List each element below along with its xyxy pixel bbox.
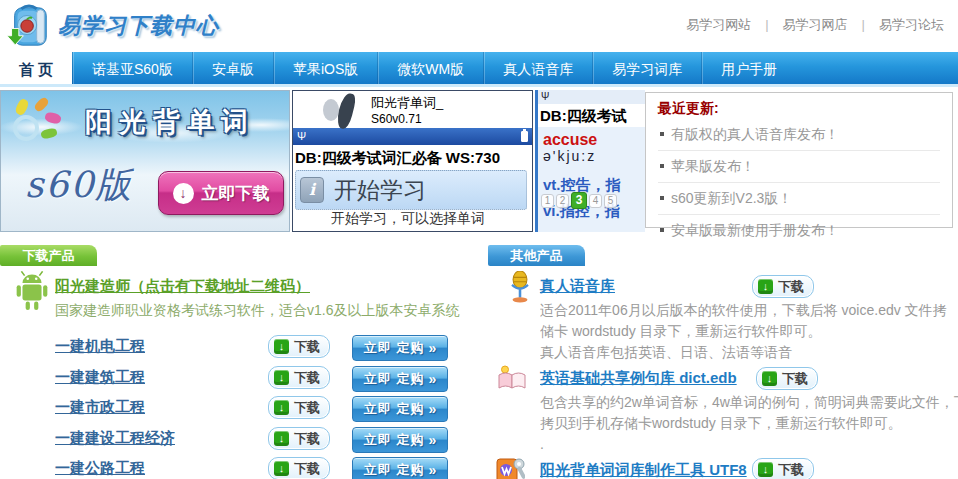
recent-updates-title: 最近更新: [658, 100, 952, 118]
banner-download-button[interactable]: ↓ 立即下载 [158, 171, 284, 215]
download-arrow-icon: ↓ [762, 371, 777, 386]
download-arrow-icon: ↓ [758, 462, 773, 477]
separator: | [765, 17, 768, 32]
nav-home[interactable]: 首 页 [0, 52, 72, 84]
download-button[interactable]: ↓下载 [752, 275, 814, 298]
book-bulb-icon [497, 362, 527, 394]
banner-strip: 阳光背单词 s60版 ↓ 立即下载 阳光背单词_ S60v0.71 Ψ DB:四… [0, 90, 958, 232]
antenna-icon: Ψ [538, 90, 645, 104]
pagination-item[interactable]: 2 [556, 194, 569, 208]
recent-update-item[interactable]: 有版权的真人语音库发布！ [658, 119, 940, 151]
app-title: 阳光背单词_ [371, 94, 443, 112]
tool-book-icon [495, 453, 525, 479]
nav-nokia-s60[interactable]: 诺基亚S60版 [72, 52, 192, 84]
nav-manual[interactable]: 用户手册 [701, 52, 796, 84]
product-row: 一建市政工程 ↓下载 立即 定购» [0, 396, 480, 423]
recent-update-item[interactable]: s60更新到V2.3版！ [658, 183, 940, 215]
download-arrow-icon: ↓ [274, 370, 289, 385]
product-link[interactable]: 一建公路工程 [55, 459, 145, 478]
nav-android[interactable]: 安卓版 [192, 52, 273, 84]
download-arrow-icon: ↓ [758, 279, 773, 294]
chevron-right-icon: » [428, 462, 436, 478]
separator: | [862, 17, 865, 32]
top-link-forum[interactable]: 易学习论坛 [879, 17, 944, 32]
carousel-pagination: 1 2 3 4 5 [541, 192, 617, 209]
featured-product-link[interactable]: 阳光建造师（点击有下载地址二维码） [55, 277, 310, 296]
others-section-tab: 其他产品 [488, 245, 585, 266]
download-button[interactable]: ↓下载 [268, 335, 330, 358]
downloads-section-tab: 下载产品 [0, 245, 97, 266]
download-button[interactable]: ↓下载 [752, 458, 814, 479]
antenna-icon: Ψ [297, 131, 306, 142]
microphone-icon [505, 271, 535, 303]
featured-product-description: 国家建造师职业资格考试练习软件，适合v1.6及以上版本安卓系统 [55, 302, 459, 320]
chevron-right-icon: » [428, 371, 436, 387]
order-button[interactable]: 立即 定购» [352, 427, 448, 453]
battery-icon [521, 131, 528, 142]
phone-screenshot-1: 阳光背单词_ S60v0.71 Ψ DB:四级考试词汇必备 WS:730 i 开… [292, 90, 533, 232]
nav-dictionary[interactable]: 易学习词库 [592, 52, 701, 84]
banner-download-label: 立即下载 [202, 182, 270, 205]
db-status-line: DB:四级考试 [538, 104, 645, 127]
page: 易学习下载中心 易学习网站|易学习网店|易学习论坛 首 页 诺基亚S60版 安卓… [0, 0, 958, 479]
download-arrow-icon: ↓ [173, 183, 194, 204]
header: 易学习下载中心 易学习网站|易学习网店|易学习论坛 [0, 0, 958, 52]
promo-banner[interactable]: 阳光背单词 s60版 ↓ 立即下载 [0, 90, 290, 232]
other-product-link[interactable]: 阳光背单词词库制作工具 UTF8 [540, 461, 747, 479]
product-row: 一建公路工程 ↓下载 立即 定购» [0, 457, 480, 479]
top-link-website[interactable]: 易学习网站 [686, 17, 751, 32]
bullet-icon [660, 164, 664, 168]
chevron-right-icon: » [428, 340, 436, 356]
download-arrow-icon: ↓ [274, 339, 289, 354]
pagination-item[interactable]: 5 [604, 194, 617, 208]
order-button[interactable]: 立即 定购» [352, 335, 448, 361]
other-product-description: 适合2011年06月以后版本的软件使用，下载后将 voice.edv 文件拷 储… [540, 300, 958, 363]
download-arrow-icon: ↓ [274, 400, 289, 415]
order-button[interactable]: 立即 定购» [352, 457, 448, 479]
product-link[interactable]: 一建机电工程 [55, 337, 145, 356]
main-nav: 首 页 诺基亚S60版 安卓版 苹果iOS版 微软WM版 真人语音库 易学习词库… [0, 52, 958, 87]
download-button[interactable]: ↓下载 [268, 427, 330, 450]
recent-update-item[interactable]: 苹果版发布！ [658, 151, 940, 183]
order-button[interactable]: 立即 定购» [352, 366, 448, 392]
download-button[interactable]: ↓下载 [756, 367, 818, 390]
other-product-link[interactable]: 真人语音库 [540, 277, 615, 296]
pagination-item[interactable]: 1 [541, 194, 554, 208]
download-button[interactable]: ↓下载 [268, 457, 330, 479]
app-logo-icon [315, 93, 371, 127]
chevron-right-icon: » [428, 401, 436, 417]
top-links: 易学习网站|易学习网店|易学习论坛 [686, 16, 944, 34]
order-button[interactable]: 立即 定购» [352, 396, 448, 422]
nav-wm[interactable]: 微软WM版 [377, 52, 483, 84]
menu-subtitle: 开始学习，可以选择单词 [293, 210, 532, 228]
nav-ios[interactable]: 苹果iOS版 [273, 52, 377, 84]
top-link-shop[interactable]: 易学习网店 [783, 17, 848, 32]
backpack-download-icon [6, 3, 52, 49]
info-icon: i [300, 177, 324, 203]
product-row: 一建建筑工程 ↓下载 立即 定购» [0, 366, 480, 393]
menu-item-start-learning: i 开始学习 [295, 170, 527, 210]
recent-updates-panel: 最近更新: 有版权的真人语音库发布！ 苹果版发布！ s60更新到V2.3版！ 安… [645, 92, 953, 228]
download-arrow-icon: ↓ [274, 461, 289, 476]
android-icon [14, 271, 50, 312]
pagination-item-active[interactable]: 3 [571, 192, 587, 209]
nav-voice-library[interactable]: 真人语音库 [483, 52, 592, 84]
download-button[interactable]: ↓下载 [268, 396, 330, 419]
sun-pencils-icon [7, 97, 63, 149]
product-link[interactable]: 一建建筑工程 [55, 368, 145, 387]
site-logo[interactable]: 易学习下载中心 [6, 3, 219, 49]
product-link[interactable]: 一建建设工程经济 [55, 429, 175, 448]
promo-title: 阳光背单词 [85, 104, 255, 140]
site-title: 易学习下载中心 [58, 11, 219, 41]
app-version: S60v0.71 [371, 112, 443, 126]
other-product-link[interactable]: 英语基础共享例句库 dict.edb [540, 369, 737, 388]
product-link[interactable]: 一建市政工程 [55, 398, 145, 417]
product-row: 一建建设工程经济 ↓下载 立即 定购» [0, 427, 480, 454]
pagination-item[interactable]: 4 [589, 194, 602, 208]
download-arrow-icon: ↓ [274, 431, 289, 446]
word-entry: accuse [543, 132, 645, 148]
download-button[interactable]: ↓下载 [268, 366, 330, 389]
other-product-description: 包含共享的约2w单词音标，4w单词的例句，简明词典需要此文件，下 拷贝到手机存储… [540, 392, 958, 455]
content: 下载产品 阳光建造师（点击有下载地址二维码） 国家建造师职业资格考试练习软件，适… [0, 240, 958, 479]
promo-subtitle: s60版 [25, 161, 133, 210]
